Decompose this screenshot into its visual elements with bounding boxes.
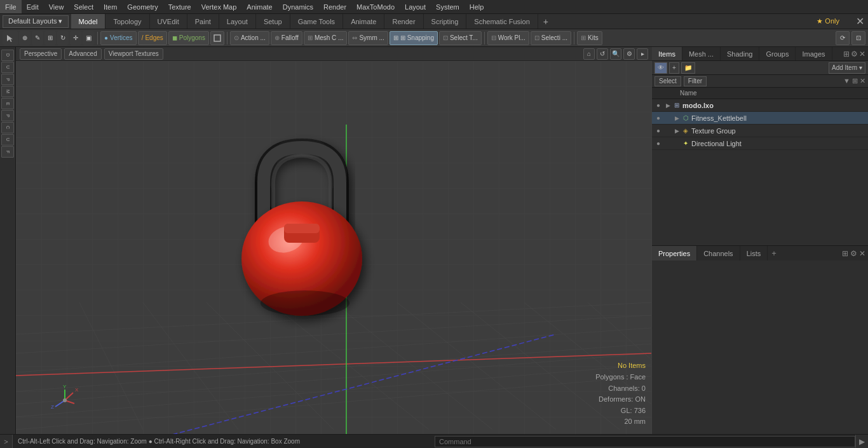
expand-arrow-texture[interactable]: ▶ — [674, 128, 680, 134]
command-input[interactable] — [435, 436, 855, 447]
menu-system[interactable]: System — [431, 0, 465, 13]
tool-kits[interactable]: ⊞ Kits — [577, 31, 602, 45]
filter-btn[interactable]: Filter — [684, 76, 707, 86]
bottom-tab-lists[interactable]: Lists — [740, 246, 768, 261]
menu-animate[interactable]: Animate — [241, 0, 277, 13]
vp-home-btn[interactable]: ⌂ — [583, 48, 595, 60]
panel-tab-settings[interactable]: ⚙ — [851, 50, 858, 58]
layout-star[interactable]: ★ Only — [811, 17, 844, 25]
vp-settings-btn[interactable]: ⚙ — [623, 48, 635, 60]
tool-vertices[interactable]: ● Vertices — [100, 31, 137, 45]
items-collapse[interactable]: ▼ — [843, 77, 850, 85]
menu-dynamics[interactable]: Dynamics — [278, 0, 318, 13]
items-eye-toggle[interactable]: 👁 — [654, 62, 667, 74]
select-btn[interactable]: Select — [654, 76, 681, 86]
layout-tab-schematic-fusion[interactable]: Schematic Fusion — [466, 14, 538, 29]
tool-select-mode[interactable] — [3, 31, 18, 45]
panel-tab-mesh[interactable]: Mesh ... — [682, 47, 721, 60]
eye-icon-modo-lxo[interactable]: ● — [653, 100, 663, 111]
viewport[interactable]: Perspective Advanced Viewport Textures ⌂… — [16, 47, 652, 434]
layout-tab-uvedit[interactable]: UVEdit — [150, 14, 187, 29]
eye-icon-kettlebell[interactable]: ● — [653, 113, 663, 123]
tool-select-rect[interactable]: ▣ — [83, 31, 95, 45]
sidebar-btn-7[interactable]: C — [1, 122, 14, 133]
menu-edit[interactable]: Edit — [22, 0, 44, 13]
items-folder-btn[interactable]: 📁 — [681, 62, 695, 74]
layout-tab-scripting[interactable]: Scripting — [424, 14, 467, 29]
sidebar-btn-3[interactable]: P — [1, 74, 14, 85]
vp-zoom-btn[interactable]: 🔍 — [610, 48, 621, 60]
layout-tab-render[interactable]: Render — [384, 14, 423, 29]
tool-symm[interactable]: ⇔ Symm ... — [348, 31, 388, 45]
tool-vr[interactable]: ⊡ — [851, 31, 865, 45]
add-item-dropdown[interactable]: Add Item ▾ — [829, 62, 865, 74]
tool-edges[interactable]: / Edges — [138, 31, 167, 45]
menu-item[interactable]: Item — [98, 0, 122, 13]
sidebar-btn-1[interactable]: D — [1, 50, 14, 61]
layout-close-button[interactable]: ✕ — [852, 15, 868, 27]
tool-transform[interactable]: ⊕ — [19, 31, 31, 45]
bottom-panel-settings[interactable]: ⚙ — [850, 249, 857, 258]
tool-select-t[interactable]: ⊡ Select T... — [439, 31, 482, 45]
panel-tab-close[interactable]: ✕ — [859, 50, 865, 58]
items-expand-icon[interactable]: ⊞ — [852, 77, 858, 85]
panel-tab-shading[interactable]: Shading — [721, 47, 759, 60]
panel-tab-items[interactable]: Items — [652, 47, 682, 60]
sidebar-btn-5[interactable]: E — [1, 98, 14, 109]
tool-scale[interactable]: ⊞ — [44, 31, 56, 45]
eye-icon-texture[interactable]: ● — [653, 126, 663, 136]
menu-file[interactable]: File — [0, 0, 22, 13]
menu-texture[interactable]: Texture — [163, 0, 196, 13]
layout-tab-game-tools[interactable]: Game Tools — [290, 14, 344, 29]
item-row-kettlebell[interactable]: ● ▶ ⬡ Fitness_Kettlebell — [652, 112, 868, 125]
tool-item-mode[interactable] — [210, 31, 224, 45]
bottom-panel-x[interactable]: ✕ — [859, 249, 865, 258]
tool-mesh-c[interactable]: ⊞ Mesh C ... — [304, 31, 348, 45]
sidebar-btn-6[interactable]: P — [1, 110, 14, 121]
tool-falloff[interactable]: ⊕ Falloff — [271, 31, 302, 45]
tool-viewport-sync[interactable]: ⟳ — [836, 31, 850, 45]
bottom-panel-expand[interactable]: ⊞ — [842, 249, 848, 258]
command-go-btn[interactable]: ▶ — [855, 435, 868, 449]
layout-tab-topology[interactable]: Topology — [105, 14, 149, 29]
menu-layout[interactable]: Layout — [400, 0, 431, 13]
vp-advanced-btn[interactable]: Advanced — [64, 48, 101, 60]
panel-tab-groups[interactable]: Groups — [759, 47, 796, 60]
menu-maxtomodo[interactable]: MaxToModo — [351, 0, 400, 13]
panel-tab-expand[interactable]: ⊞ — [843, 50, 850, 58]
bottom-tab-properties[interactable]: Properties — [652, 246, 697, 261]
layout-tab-setup[interactable]: Setup — [256, 14, 290, 29]
sidebar-btn-4[interactable]: M — [1, 86, 14, 97]
canvas-area[interactable]: No Items Polygons : Face Channels: 0 Def… — [16, 61, 652, 434]
tool-pen[interactable]: ✎ — [32, 31, 43, 45]
tool-polygons[interactable]: ◼ Polygons — [168, 31, 209, 45]
menu-geometry[interactable]: Geometry — [122, 0, 163, 13]
item-row-texture-group[interactable]: ● ▶ ◈ Texture Group — [652, 125, 868, 137]
layout-add-button[interactable]: + — [538, 17, 553, 27]
menu-view[interactable]: View — [44, 0, 69, 13]
layout-tab-layout[interactable]: Layout — [219, 14, 256, 29]
item-row-light[interactable]: ● ✦ Directional Light — [652, 137, 868, 150]
items-x-icon[interactable]: ✕ — [860, 77, 865, 85]
menu-vertex-map[interactable]: Vertex Map — [196, 0, 242, 13]
menu-render[interactable]: Render — [318, 0, 351, 13]
tool-work-pl[interactable]: ⊟ Work Pl... — [487, 31, 529, 45]
items-add-btn[interactable]: + — [669, 62, 679, 74]
tool-selecti[interactable]: ⊡ Selecti ... — [531, 31, 571, 45]
tool-move[interactable]: ✛ — [70, 31, 81, 45]
vp-expand-btn[interactable]: ▸ — [637, 48, 648, 60]
tool-snapping[interactable]: ⊞ ⊞ Snapping — [390, 31, 438, 45]
layout-dropdown[interactable]: Default Layouts ▾ — [3, 15, 69, 28]
bottom-tab-channels[interactable]: Channels — [697, 246, 740, 261]
sidebar-btn-9[interactable]: F — [1, 146, 14, 158]
expand-arrow-kettlebell[interactable]: ▶ — [674, 115, 680, 121]
tool-action[interactable]: ⊙ Action ... — [230, 31, 269, 45]
menu-help[interactable]: Help — [465, 0, 489, 13]
item-row-modo-lxo[interactable]: ● ▶ ⊞ modo.lxo — [652, 99, 868, 112]
sidebar-btn-2[interactable]: U — [1, 62, 14, 73]
tool-rotate[interactable]: ↻ — [57, 31, 69, 45]
panel-tab-images[interactable]: Images — [796, 47, 832, 60]
vp-reset-btn[interactable]: ↺ — [597, 48, 608, 60]
vp-perspective-btn[interactable]: Perspective — [20, 48, 62, 60]
vp-textures-btn[interactable]: Viewport Textures — [104, 48, 163, 60]
